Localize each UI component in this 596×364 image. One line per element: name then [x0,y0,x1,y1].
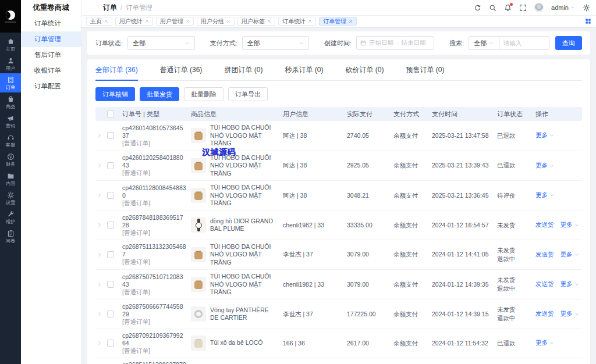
sidebar-item[interactable]: 订单配置 [21,78,81,94]
open-tab[interactable]: 主页 [86,17,112,26]
product-cell: TÚI HOBO DA CHUỖI NHỎ VLOGO MẶT TRĂNG [191,243,283,267]
app-logo[interactable] [0,0,21,33]
grid-icon[interactable] [585,18,591,24]
order-tab[interactable]: 拼团订单 (0) [224,65,262,80]
row-checkbox[interactable] [107,340,114,347]
sidebar-item[interactable]: 收银订单 [21,63,81,78]
gear-icon[interactable] [583,4,590,12]
date-range-input[interactable]: 开始日期 - 结束日期 [356,36,434,50]
user-menu[interactable]: admin [551,4,575,11]
avatar[interactable] [534,3,544,12]
more-button[interactable]: 更多 [535,131,554,140]
status-text: 已退款 [497,161,531,170]
select-all-checkbox[interactable] [107,110,114,117]
action-label: 更多 [560,221,573,229]
row-expand-icon[interactable] [97,163,102,169]
row-expand-icon[interactable] [97,222,102,228]
more-button[interactable]: 更多 [560,310,579,318]
sidebar-item[interactable]: 售后订单 [21,47,81,63]
more-button[interactable]: 更多 [535,339,554,347]
close-icon[interactable] [267,19,271,23]
sidebar-item[interactable]: 订单管理 [21,31,81,47]
close-icon[interactable] [104,19,108,23]
toolbar-button[interactable]: 批量删除 [184,87,224,101]
close-icon[interactable] [226,19,230,23]
chevron-down-icon [299,41,304,46]
open-tab[interactable]: 订单统计 [278,17,316,26]
query-button[interactable]: 查询 [555,36,582,50]
toolbar-button[interactable]: 订单核销 [95,87,135,101]
sidebar-item[interactable]: 订单统计 [21,16,81,31]
rail-item-survey[interactable]: 问卷 [0,227,21,246]
row-expand-icon[interactable] [97,340,102,346]
ship-button[interactable]: 发送货 [535,310,554,318]
order-status-select[interactable]: 全部 [127,36,194,50]
close-icon[interactable] [349,19,353,23]
orders-toolbar: 订单核销批量发货批量删除订单导出 [95,87,582,101]
row-checkbox[interactable] [107,222,114,229]
toolbar-button[interactable]: 批量发货 [140,87,179,101]
order-tab[interactable]: 普通订单 (36) [160,65,203,80]
search-icon[interactable] [489,4,496,12]
row-expand-icon[interactable] [97,252,102,258]
action-label: 更多 [560,251,573,259]
rail-item-marketing[interactable]: 营销 [0,112,21,131]
rail-item-maintenance[interactable]: 维护 [0,208,21,227]
open-tab[interactable]: 用户分组 [197,17,235,26]
order-tab[interactable]: 砍价订单 (0) [345,65,384,80]
row-expand-icon[interactable] [97,192,102,198]
ship-button[interactable]: 发送货 [535,280,554,288]
open-tab[interactable]: 用户标签 [237,17,275,26]
row-expand-icon[interactable] [97,281,102,287]
fullscreen-icon[interactable] [519,4,527,12]
row-checkbox[interactable] [107,281,114,288]
rail-item-settings[interactable]: 设置 [0,188,21,208]
rail-item-content[interactable]: 内容 [0,169,21,188]
toolbar-button[interactable]: 订单导出 [228,87,268,101]
ship-button[interactable]: 发送货 [535,251,554,259]
more-button[interactable]: 更多 [560,280,579,288]
pay-method-select[interactable]: 全部 [242,36,309,50]
rail-item-finance[interactable]: 财务 [0,150,21,169]
row-checkbox[interactable] [107,311,114,317]
open-tab[interactable]: 用户管理 [156,17,194,26]
ship-button[interactable]: 发送货 [535,221,554,229]
order-number: cp268750751071208343 [122,273,191,288]
hamburger-icon[interactable] [87,3,96,12]
order-tab[interactable]: 秒杀订单 (0) [285,65,323,80]
order-tab[interactable]: 预售订单 (0) [406,65,444,80]
product-name: đồng hồ DIOR GRAND BAL PLUME [210,217,277,233]
more-button[interactable]: 更多 [560,221,579,229]
rail-item-goods[interactable]: 商品 [0,92,21,112]
chevron-down-icon [185,41,190,46]
row-expand-icon[interactable] [97,311,102,317]
row-expand-icon[interactable] [97,133,102,138]
topbar: 订单 / 订单管理 admin [81,0,596,16]
topbar-actions: admin [474,3,590,12]
row-checkbox[interactable] [107,251,114,258]
close-icon[interactable] [145,19,149,23]
rail-item-order[interactable]: 订单 [0,73,21,92]
more-button[interactable]: 更多 [535,162,554,170]
user-info: chenli1982 | 33 [283,222,347,229]
rail-item-home[interactable]: 主页 [0,35,21,54]
open-tab[interactable]: 订单管理 [319,17,357,26]
rail-item-service[interactable]: 客服 [0,131,21,150]
row-checkbox[interactable] [107,132,114,139]
close-icon[interactable] [308,19,312,23]
more-button[interactable]: 更多 [560,251,579,259]
rail-item-user[interactable]: 用户 [0,54,21,73]
bell-icon[interactable] [504,4,512,12]
close-icon[interactable] [186,19,190,23]
row-checkbox[interactable] [107,162,114,169]
search-input[interactable] [499,36,549,50]
order-tab[interactable]: 全部订单 (36) [95,65,138,80]
breadcrumb-root[interactable]: 订单 [103,3,117,13]
order-id-cell: cp268784818836951728[普通订单] [122,214,191,237]
open-tab[interactable]: 用户统计 [115,17,153,26]
row-checkbox[interactable] [107,192,114,199]
search-scope-select[interactable]: 全部 [469,36,499,50]
more-button[interactable]: 更多 [535,191,554,199]
refresh-icon[interactable] [474,4,481,12]
open-tabs: 主页用户统计用户管理用户分组用户标签订单统计订单管理 [86,17,360,26]
